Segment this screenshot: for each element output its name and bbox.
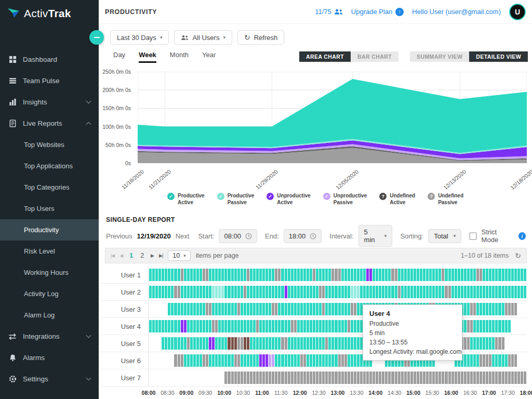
- activity-segment[interactable]: [495, 269, 498, 281]
- activity-segment[interactable]: [495, 337, 498, 350]
- activity-segment[interactable]: [426, 371, 429, 384]
- activity-segment[interactable]: [178, 371, 180, 384]
- activity-segment[interactable]: [281, 337, 284, 350]
- activity-segment[interactable]: [344, 337, 347, 350]
- activity-segment[interactable]: [514, 320, 517, 332]
- activity-segment[interactable]: [351, 303, 353, 315]
- activity-segment[interactable]: [196, 320, 199, 332]
- activity-segment[interactable]: [288, 320, 290, 332]
- activity-segment[interactable]: [426, 269, 429, 281]
- activity-segment[interactable]: [344, 286, 347, 298]
- activity-segment[interactable]: [480, 337, 482, 350]
- activity-segment[interactable]: [316, 354, 318, 367]
- activity-segment[interactable]: [461, 269, 463, 281]
- activity-segment[interactable]: [193, 320, 196, 332]
- activity-segment[interactable]: [285, 371, 287, 384]
- activity-segment[interactable]: [269, 354, 271, 367]
- activity-segment[interactable]: [486, 269, 488, 281]
- activity-segment[interactable]: [524, 371, 526, 384]
- activity-segment[interactable]: [508, 269, 511, 281]
- activity-segment[interactable]: [203, 354, 205, 367]
- activity-segment[interactable]: [489, 354, 491, 367]
- activity-segment[interactable]: [303, 337, 306, 350]
- activity-segment[interactable]: [420, 371, 422, 384]
- activity-segment[interactable]: [464, 371, 467, 384]
- activity-segment[interactable]: [366, 371, 369, 384]
- activity-segment[interactable]: [307, 286, 309, 298]
- activity-segment[interactable]: [338, 303, 341, 315]
- activity-segment[interactable]: [281, 303, 284, 315]
- activity-segment[interactable]: [348, 269, 350, 281]
- activity-segment[interactable]: [168, 286, 170, 298]
- activity-segment[interactable]: [316, 286, 318, 298]
- activity-segment[interactable]: [237, 269, 240, 281]
- activity-segment[interactable]: [294, 269, 297, 281]
- activity-segment[interactable]: [307, 303, 309, 315]
- activity-segment[interactable]: [234, 303, 237, 315]
- activity-segment[interactable]: [259, 286, 262, 298]
- activity-segment[interactable]: [455, 269, 457, 281]
- strict-mode-checkbox[interactable]: [469, 232, 476, 240]
- refresh-button[interactable]: ↻ Refresh: [237, 30, 284, 45]
- activity-segment[interactable]: [319, 286, 322, 298]
- activity-segment[interactable]: [234, 371, 237, 384]
- activity-segment[interactable]: [505, 320, 508, 332]
- activity-segment[interactable]: [237, 303, 240, 315]
- activity-segment[interactable]: [489, 303, 491, 315]
- activity-segment[interactable]: [215, 303, 218, 315]
- activity-segment[interactable]: [338, 371, 341, 384]
- activity-segment[interactable]: [272, 337, 274, 350]
- activity-segment[interactable]: [221, 269, 224, 281]
- activity-segment[interactable]: [338, 337, 341, 350]
- activity-segment[interactable]: [162, 337, 164, 350]
- activity-segment[interactable]: [331, 286, 334, 298]
- activity-segment[interactable]: [247, 303, 249, 315]
- activity-segment[interactable]: [379, 269, 381, 281]
- activity-segment[interactable]: [259, 303, 262, 315]
- activity-segment[interactable]: [470, 269, 473, 281]
- activity-segment[interactable]: [348, 303, 350, 315]
- activity-segment[interactable]: [489, 269, 491, 281]
- activity-segment[interactable]: [448, 371, 451, 384]
- activity-segment[interactable]: [498, 303, 501, 315]
- activity-segment[interactable]: [414, 371, 416, 384]
- activity-segment[interactable]: [331, 303, 334, 315]
- activity-segment[interactable]: [376, 269, 378, 281]
- activity-segment[interactable]: [200, 320, 202, 332]
- activity-segment[interactable]: [517, 320, 520, 332]
- activity-segment[interactable]: [467, 286, 470, 298]
- activity-segment[interactable]: [158, 320, 161, 332]
- activity-segment[interactable]: [278, 303, 281, 315]
- activity-segment[interactable]: [524, 269, 526, 281]
- activity-segment[interactable]: [288, 269, 290, 281]
- activity-segment[interactable]: [285, 354, 287, 367]
- activity-segment[interactable]: [190, 286, 193, 298]
- activity-segment[interactable]: [470, 337, 473, 350]
- activity-segment[interactable]: [442, 286, 444, 298]
- activity-segment[interactable]: [285, 320, 287, 332]
- activity-segment[interactable]: [212, 337, 215, 350]
- activity-segment[interactable]: [203, 303, 205, 315]
- activity-segment[interactable]: [363, 269, 366, 281]
- activity-segment[interactable]: [458, 269, 460, 281]
- activity-segment[interactable]: [476, 371, 479, 384]
- activity-segment[interactable]: [464, 337, 467, 350]
- activity-segment[interactable]: [379, 371, 381, 384]
- activity-segment[interactable]: [348, 337, 350, 350]
- activity-segment[interactable]: [297, 269, 300, 281]
- activity-segment[interactable]: [473, 320, 476, 332]
- activity-segment[interactable]: [325, 286, 328, 298]
- activity-segment[interactable]: [196, 354, 199, 367]
- activity-segment[interactable]: [265, 286, 268, 298]
- activity-segment[interactable]: [171, 337, 174, 350]
- activity-segment[interactable]: [221, 320, 224, 332]
- activity-segment[interactable]: [294, 371, 297, 384]
- activity-segment[interactable]: [228, 269, 230, 281]
- activity-segment[interactable]: [165, 286, 167, 298]
- activity-segment[interactable]: [269, 269, 271, 281]
- activity-segment[interactable]: [158, 354, 161, 367]
- activity-segment[interactable]: [517, 354, 520, 367]
- activity-segment[interactable]: [508, 371, 511, 384]
- activity-segment[interactable]: [391, 269, 394, 281]
- activity-segment[interactable]: [193, 303, 196, 315]
